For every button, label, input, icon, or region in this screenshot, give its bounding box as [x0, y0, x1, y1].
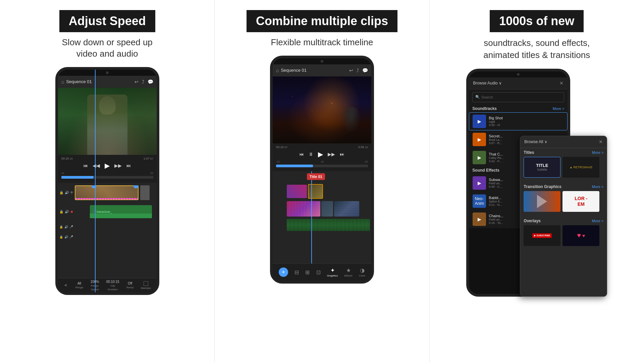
effects-button[interactable]: ★ Effects — [344, 267, 352, 277]
title-tile-2[interactable]: ▲ RETROWAVE — [562, 157, 599, 178]
section-adjust-speed: Adjust Speed Slow down or speed upvideo … — [0, 0, 214, 362]
overlay-tile-subscribe[interactable]: ▶ SUBSCRIBE — [524, 225, 560, 246]
play-icon[interactable]: ▶ — [105, 162, 110, 170]
transition-tile-2[interactable]: LOR -EM — [562, 191, 599, 212]
effects-label: Effects — [344, 274, 352, 277]
phone2-timeline-bar[interactable] — [276, 165, 368, 167]
track-row-mic1: 🔒 🔊 🎤 — [58, 222, 157, 232]
video-clip-1[interactable] — [287, 185, 307, 198]
time-current: 00:18 15 — [61, 157, 73, 160]
maintain-checkbox[interactable] — [144, 281, 148, 286]
video-clip-5[interactable] — [334, 201, 359, 217]
undo-icon-2[interactable]: ↩ — [349, 68, 353, 73]
skip-forward-icon-2[interactable]: ⏭ — [340, 152, 344, 157]
duration-label: Clip — [110, 284, 115, 287]
lock-icon[interactable]: 🔒 — [59, 191, 63, 194]
overlay-tile-hearts[interactable]: ♥ ♥ — [562, 225, 599, 246]
ramp-value: Off — [128, 282, 132, 285]
phone2-header: ⌂ Sequence 01 ↩ ⤴ 💬 — [273, 64, 371, 76]
phone2-time-display: 00:16 07 0:58 10 — [276, 145, 368, 149]
play-icon-chains[interactable]: ▶ — [478, 217, 481, 222]
clip1-thumb — [287, 185, 307, 198]
back-btn[interactable]: ＜ — [63, 282, 68, 288]
phone1-timeline-bar[interactable] — [61, 176, 153, 179]
video-clip-main[interactable] — [75, 185, 139, 200]
video-clip-4[interactable] — [321, 201, 333, 217]
video-clip-3[interactable] — [287, 201, 320, 217]
audio-icon-2[interactable]: 🔊 — [65, 210, 69, 214]
forward-icon-2[interactable]: ▶▶ — [328, 152, 335, 157]
phone2-header-actions: ↩ ⤴ 💬 — [349, 68, 368, 73]
home-icon: ⌂ — [61, 79, 64, 84]
trim-button[interactable]: ⊟ — [294, 269, 299, 276]
audio-icon[interactable]: 🔊 — [65, 191, 69, 194]
browse-all-title[interactable]: Browse All ∨ — [524, 139, 547, 144]
play-icon-2[interactable]: ▶ — [318, 150, 323, 158]
browse-search-bar[interactable]: 🔍 Search — [472, 92, 564, 102]
lock-icon-2[interactable]: 🔒 — [59, 210, 63, 214]
title-tile-1[interactable]: TITLE Subtitle — [524, 157, 560, 178]
timeline-progress — [61, 176, 94, 179]
undo-icon[interactable]: ↩ — [135, 79, 139, 84]
phone3-camera — [517, 73, 520, 76]
transition-tile-1[interactable] — [524, 191, 560, 212]
ramp-item[interactable]: Off Ramp — [126, 282, 133, 289]
titles-more-btn[interactable]: More > — [592, 150, 604, 155]
phone1-screen: ⌂ Sequence 01 ↩ ⤴ 💬 00:18 15 1:47 — [58, 76, 157, 292]
audio-waveform — [90, 214, 152, 218]
track-row-title-clip: Title 01 — [273, 171, 371, 183]
share-icon[interactable]: ⤴ — [142, 79, 144, 84]
share-icon-2[interactable]: ⤴ — [357, 68, 359, 73]
skip-back-icon-2[interactable]: ⏮ — [299, 152, 304, 157]
overlays-more-btn[interactable]: More > — [592, 219, 604, 223]
duration-item[interactable]: 00:10:15 Clip Duration — [106, 280, 119, 291]
close-browse-all-icon[interactable]: ✕ — [599, 139, 603, 144]
maintain-item[interactable]: Maintain — [141, 281, 151, 290]
color-button[interactable]: ◑ Color — [359, 267, 365, 277]
timeline-progress-2 — [276, 165, 313, 167]
transition-label: Transition Graphics — [524, 184, 561, 189]
phone1-header-actions: ↩ ⤴ 💬 — [135, 79, 153, 84]
comment-icon-2[interactable]: 💬 — [362, 68, 368, 73]
phone1-mockup: ⌂ Sequence 01 ↩ ⤴ 💬 00:18 15 1:47 — [55, 67, 159, 295]
audio-item-bigshot[interactable]: ▶ Big Shot Agat3:30 - Al — [469, 112, 568, 130]
titles-section-header: Titles More > — [524, 150, 603, 155]
add-clip-button[interactable]: + — [279, 267, 288, 277]
play-icon-secret[interactable]: ▶ — [478, 137, 481, 142]
crop-button[interactable]: ⊡ — [316, 269, 321, 276]
transition-tile-row: LOR -EM — [524, 191, 603, 212]
transition-more-btn[interactable]: More > — [592, 185, 604, 189]
soundtracks-more-btn[interactable]: More > — [553, 107, 565, 111]
phone2-notch — [273, 58, 371, 64]
browse-audio-title[interactable]: Browse Audio ∨ — [473, 81, 502, 85]
heart-icon: ♥ — [577, 232, 581, 239]
clip5-lines — [334, 201, 359, 217]
voiceover-clip[interactable]: 🎵 VoiceOver_ — [90, 205, 152, 219]
clip-handle-right[interactable] — [133, 185, 138, 188]
skip-back-icon[interactable]: ⏮ — [83, 163, 88, 168]
overlays-section: Overlays More > ▶ SUBSCRIBE ♥ ♥ — [520, 217, 607, 251]
video-clips-row1 — [287, 184, 370, 199]
rewind-icon[interactable]: ◀◀ — [93, 163, 100, 168]
play-icon-thatc[interactable]: ▶ — [478, 155, 481, 160]
maintain-label: Maintain — [141, 287, 151, 290]
time-current-2: 00:16 07 — [276, 145, 287, 149]
play-icon-subway[interactable]: ▶ — [478, 180, 481, 186]
title-clip-01[interactable]: Title 01 — [307, 173, 325, 180]
play-icon-babbl[interactable]: Neo-Anim — [475, 196, 484, 206]
video-clip-2[interactable] — [308, 184, 323, 199]
pause-icon[interactable]: ⏸ — [309, 152, 313, 157]
split-button[interactable]: ⊞ — [305, 269, 310, 276]
track-row-mic2: 🔒 🔊 🎤 — [58, 232, 157, 242]
forward-icon[interactable]: ▶▶ — [114, 163, 122, 168]
skip-forward-icon[interactable]: ⏭ — [126, 163, 131, 168]
audio-track-main[interactable] — [287, 219, 370, 231]
play-icon-bigshot[interactable]: ▶ — [478, 119, 481, 124]
graphics-button[interactable]: ✦ Graphics — [327, 267, 338, 277]
audio-icon-3: 🔊 — [64, 225, 68, 229]
heart-icon-small: ♥ — [582, 233, 585, 238]
comment-icon[interactable]: 💬 — [148, 79, 153, 84]
search-icon: 🔍 — [475, 95, 480, 99]
close-browse-icon[interactable]: ✕ — [559, 80, 564, 86]
titles-section: Titles More > TITLE Subtitle ▲ RETROWAVE — [520, 148, 607, 182]
